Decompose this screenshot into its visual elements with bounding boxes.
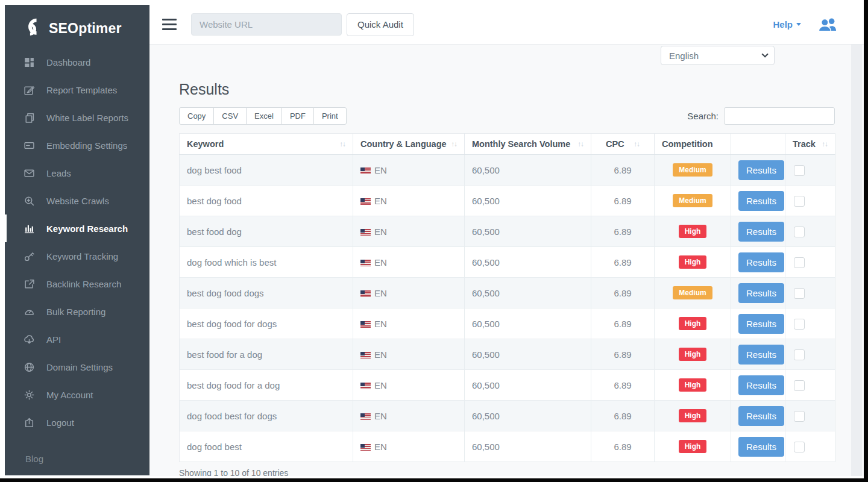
sidebar-item-domain-settings[interactable]: Domain Settings <box>5 353 149 381</box>
sidebar-item-backlink-research[interactable]: Backlink Research <box>5 270 149 298</box>
track-cell <box>785 401 835 431</box>
column-label: Keyword <box>187 139 224 149</box>
results-button[interactable]: Results <box>738 222 784 242</box>
sidebar-item-keyword-tracking[interactable]: Keyword Tracking <box>5 242 149 270</box>
track-checkbox[interactable] <box>794 380 805 391</box>
competition-badge: Medium <box>673 194 712 207</box>
cpc-cell: 6.89 <box>591 186 655 216</box>
competition-badge: High <box>679 409 707 422</box>
keyword-cell: dog best food <box>180 155 353 186</box>
us-flag-icon <box>360 444 371 451</box>
column-header-cpc[interactable]: CPC↑↓ <box>591 134 655 155</box>
results-button[interactable]: Results <box>738 283 784 303</box>
column-header-monthly-search-volume[interactable]: Monthly Search Volume↑↓ <box>465 134 591 155</box>
results-button[interactable]: Results <box>738 406 784 426</box>
sidebar-item-white-label-reports[interactable]: White Label Reports <box>5 104 149 131</box>
results-button[interactable]: Results <box>738 252 784 272</box>
language-code: EN <box>374 349 387 360</box>
table-row: dog food bestEN60,5006.89HighResults <box>180 431 835 462</box>
help-menu[interactable]: Help <box>773 19 801 30</box>
competition-badge: High <box>679 317 707 330</box>
embedding-settings-icon <box>24 140 35 151</box>
track-cell <box>785 216 835 247</box>
results-button[interactable]: Results <box>738 375 784 395</box>
api-icon <box>24 334 35 345</box>
results-button[interactable]: Results <box>738 160 784 180</box>
search-input[interactable] <box>724 107 835 125</box>
table-row: best dog food for dogsEN60,5006.89HighRe… <box>180 308 835 339</box>
competition-cell: High <box>655 370 731 401</box>
track-checkbox[interactable] <box>794 349 805 360</box>
website-url-input[interactable] <box>191 13 342 36</box>
quick-audit-button[interactable]: Quick Audit <box>347 13 414 36</box>
us-flag-icon <box>360 290 371 297</box>
track-checkbox[interactable] <box>794 288 805 299</box>
table-header-row: Keyword↑↓Country & Language↑↓Monthly Sea… <box>180 134 835 155</box>
us-flag-icon <box>360 260 371 266</box>
website-crawls-icon <box>24 195 35 207</box>
results-table: Keyword↑↓Country & Language↑↓Monthly Sea… <box>179 133 835 462</box>
leads-icon <box>24 167 35 179</box>
sidebar-item-label: API <box>46 334 61 345</box>
country-cell: EN <box>353 308 465 339</box>
language-code: EN <box>374 442 387 452</box>
country-cell: EN <box>353 278 465 308</box>
results-cell: Results <box>731 308 785 339</box>
sidebar-item-bulk-reporting[interactable]: Bulk Reporting <box>5 298 149 325</box>
results-button[interactable]: Results <box>738 437 784 457</box>
sidebar-item-website-crawls[interactable]: Website Crawls <box>5 187 149 214</box>
sidebar-item-blog[interactable]: Blog <box>25 454 43 464</box>
keyword-cell: dog food which is best <box>180 247 353 278</box>
export-excel-button[interactable]: Excel <box>246 107 282 125</box>
table-row: dog food which is bestEN60,5006.89HighRe… <box>180 247 835 278</box>
sidebar-item-leads[interactable]: Leads <box>5 159 149 187</box>
keyword-cell: best dog food for a dog <box>180 370 353 401</box>
track-checkbox[interactable] <box>794 227 805 237</box>
export-copy-button[interactable]: Copy <box>179 107 214 125</box>
users-icon[interactable] <box>817 17 839 32</box>
export-pdf-button[interactable]: PDF <box>281 107 314 125</box>
competition-badge: High <box>679 348 707 361</box>
hamburger-menu-icon[interactable] <box>162 19 177 31</box>
sidebar-item-embedding-settings[interactable]: Embedding Settings <box>5 131 149 159</box>
results-button[interactable]: Results <box>738 345 784 365</box>
track-cell <box>785 339 835 370</box>
sidebar-item-dashboard[interactable]: Dashboard <box>5 48 149 76</box>
track-checkbox[interactable] <box>794 257 805 268</box>
track-checkbox[interactable] <box>794 442 805 452</box>
volume-cell: 60,500 <box>465 186 591 216</box>
search-label: Search: <box>687 111 719 121</box>
keyword-cell: dog food best <box>180 431 353 462</box>
column-header-keyword[interactable]: Keyword↑↓ <box>180 134 353 155</box>
backlink-research-icon <box>24 278 35 290</box>
language-select[interactable]: English <box>661 46 775 65</box>
competition-badge: High <box>679 255 707 269</box>
track-checkbox[interactable] <box>794 196 805 207</box>
country-cell: EN <box>353 186 465 216</box>
sidebar-item-keyword-research[interactable]: Keyword Research <box>5 214 149 242</box>
track-checkbox[interactable] <box>794 165 805 176</box>
export-csv-button[interactable]: CSV <box>213 107 247 125</box>
vertical-scrollbar[interactable] <box>851 45 862 476</box>
table-row: best dog food dogsEN60,5006.89MediumResu… <box>180 278 835 308</box>
sidebar-item-logout[interactable]: Logout <box>5 408 149 436</box>
domain-settings-icon <box>24 362 35 373</box>
sidebar-item-my-account[interactable]: My Account <box>5 381 149 408</box>
track-checkbox[interactable] <box>794 411 805 422</box>
track-cell <box>785 186 835 216</box>
export-print-button[interactable]: Print <box>313 107 347 125</box>
keyword-tracking-icon <box>24 251 35 262</box>
results-button[interactable]: Results <box>738 191 784 211</box>
column-header-track[interactable]: Track↑↓ <box>785 134 835 155</box>
sort-icon: ↑↓ <box>340 140 346 148</box>
column-header-competition: Competition <box>655 134 731 155</box>
sidebar-item-report-templates[interactable]: Report Templates <box>5 76 149 104</box>
sidebar-item-label: Keyword Tracking <box>46 251 118 261</box>
volume-cell: 60,500 <box>465 216 591 247</box>
sidebar: SEOptimer DashboardReport TemplatesWhite… <box>5 5 149 475</box>
app-logo: SEOptimer <box>5 5 149 40</box>
track-checkbox[interactable] <box>794 319 805 330</box>
results-button[interactable]: Results <box>738 314 784 334</box>
sidebar-item-api[interactable]: API <box>5 325 149 353</box>
column-header-country-language[interactable]: Country & Language↑↓ <box>353 134 465 155</box>
